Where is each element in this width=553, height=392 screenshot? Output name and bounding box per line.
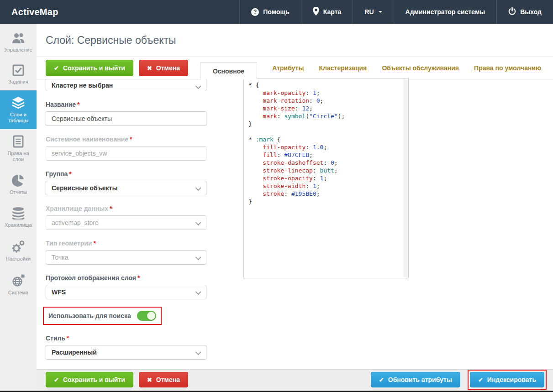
cancel-label: Отмена [156, 376, 180, 383]
sidebar-item-management[interactable]: Управление [0, 26, 37, 58]
sidebar-item-label: Хранилища [5, 222, 32, 228]
required-asterisk: * [137, 274, 140, 282]
globe-gear-icon [11, 273, 25, 287]
map-pin-icon [313, 7, 319, 17]
annotation-highlight-index-button: Индексировать [468, 370, 547, 390]
name-label: Название* [46, 101, 206, 108]
users-icon [11, 32, 25, 44]
bottom-action-bar: Сохранить и выйти Отмена Обновить атрибу… [37, 369, 553, 390]
tab-service-objects[interactable]: Объекты обслуживания [382, 64, 459, 72]
document-icon [13, 135, 24, 148]
check-icon [478, 376, 483, 383]
sidebar-item-label: Настройки [6, 256, 31, 262]
logout-button[interactable]: Выход [496, 0, 553, 24]
sidebar: Управление Задания Слои и таблицы Права … [0, 24, 37, 390]
check-icon [379, 376, 384, 383]
search-toggle-label: Использовать для поиска [48, 312, 131, 319]
logout-label: Выход [520, 8, 542, 16]
geometry-type-select[interactable]: Точка [46, 250, 206, 265]
help-menu-item[interactable]: Помощь [239, 0, 301, 24]
required-asterisk: * [94, 240, 96, 247]
style-code-editor[interactable]: * { mark-opacity: 1; mark-rotation: 0; m… [243, 78, 409, 278]
cancel-button-bottom[interactable]: Отмена [139, 372, 188, 387]
cross-icon [147, 376, 152, 383]
app-logo[interactable]: ActiveMap [0, 0, 70, 24]
name-input[interactable]: Сервисные объекты [46, 111, 206, 126]
help-icon [251, 8, 259, 16]
datastore-select[interactable]: activemap_store [46, 215, 206, 230]
tab-bar: Сохранить и выйти Отмена Основное Атрибу… [37, 57, 553, 79]
style-code: * { mark-opacity: 1; mark-rotation: 0; m… [248, 81, 401, 205]
tasks-icon [12, 64, 24, 76]
database-icon [12, 207, 25, 220]
geometry-type-field: Тип геометрии* Точка [46, 240, 206, 265]
save-exit-label: Сохранить и выйти [63, 376, 125, 383]
search-toggle-row: Использовать для поиска [48, 311, 156, 321]
geometry-type-label: Тип геометрии* [46, 240, 206, 247]
style-select[interactable]: Расширенный [46, 345, 206, 360]
name-field: Название* Сервисные объекты [46, 101, 206, 126]
check-icon [54, 64, 59, 72]
style-label: Стиль* [46, 335, 206, 342]
page-title: Слой: Сервисные объекты [46, 34, 553, 47]
chevron-down-icon [195, 220, 201, 225]
protocol-field: Протокол отображения слоя* WFS [46, 274, 206, 299]
sidebar-item-storages[interactable]: Хранилища [0, 201, 37, 234]
save-exit-button-bottom[interactable]: Сохранить и выйти [46, 372, 133, 387]
sidebar-item-label: Система [8, 290, 28, 296]
required-asterisk: * [77, 101, 79, 108]
user-menu[interactable]: Администратор системы [394, 0, 497, 24]
chevron-down-icon [195, 254, 201, 260]
sidebar-item-layers[interactable]: Слои и таблицы [0, 90, 37, 129]
user-label: Администратор системы [406, 8, 485, 16]
tab-main[interactable]: Основное [200, 62, 257, 79]
protocol-label: Протокол отображения слоя* [46, 274, 206, 282]
sidebar-item-layer-rights[interactable]: Права на слои [0, 129, 37, 168]
cluster-value: Кластер не выбран [52, 82, 113, 89]
required-asterisk: * [67, 335, 69, 342]
chevron-down-icon [195, 349, 201, 355]
protocol-value: WFS [52, 288, 66, 296]
cluster-select[interactable]: Кластер не выбран [46, 79, 206, 91]
tab-clustering[interactable]: Кластеризация [319, 64, 367, 72]
protocol-select[interactable]: WFS [46, 285, 206, 299]
group-field: Группа* Сервисные объекты [46, 170, 206, 195]
sidebar-item-settings[interactable]: Настройки [0, 234, 37, 267]
cancel-button-top[interactable]: Отмена [139, 60, 188, 76]
style-field: Стиль* Расширенный [46, 335, 206, 360]
system-name-label: Системное наименование* [46, 136, 206, 143]
code-editor-scrollbar[interactable] [404, 79, 408, 277]
main-content: Слой: Сервисные объекты Сохранить и выйт… [37, 24, 553, 369]
group-select[interactable]: Сервисные объекты [46, 181, 206, 195]
sidebar-item-label: Отчеты [10, 189, 27, 195]
tab-attributes[interactable]: Атрибуты [272, 64, 304, 72]
chevron-down-icon [195, 289, 201, 295]
system-name-field: Системное наименование* service_objects_… [46, 136, 206, 161]
map-label: Карта [323, 8, 342, 16]
update-attributes-button[interactable]: Обновить атрибуты [371, 372, 460, 387]
help-label: Помощь [263, 8, 290, 16]
check-icon [54, 376, 59, 383]
language-label: RU [364, 8, 374, 16]
sidebar-item-tasks[interactable]: Задания [0, 58, 37, 90]
sidebar-item-reports[interactable]: Отчеты [0, 168, 37, 201]
map-menu-item[interactable]: Карта [301, 0, 353, 24]
annotation-highlight-search-toggle: Использовать для поиска [43, 307, 162, 325]
sidebar-item-system[interactable]: Система [0, 267, 37, 301]
topbar: ActiveMap Помощь Карта RU Администратор … [0, 0, 553, 24]
datastore-value: activemap_store [52, 219, 99, 226]
sidebar-item-label: Управление [4, 47, 32, 53]
sidebar-item-label: Задания [8, 79, 28, 85]
tab-default-rights[interactable]: Права по умолчанию [474, 64, 541, 72]
index-button[interactable]: Индексировать [470, 372, 544, 387]
chevron-down-icon [195, 83, 201, 89]
gears-icon [11, 240, 25, 253]
save-exit-button-top[interactable]: Сохранить и выйти [46, 60, 133, 76]
chevron-down-icon [195, 185, 201, 191]
language-menu[interactable]: RU [353, 0, 393, 24]
toggle-knob [147, 312, 155, 320]
search-toggle[interactable] [137, 311, 156, 321]
topbar-menu: Помощь Карта RU Администратор системы Вы… [239, 0, 553, 24]
system-name-input[interactable]: service_objects_vw [46, 146, 206, 161]
layers-icon [11, 96, 25, 109]
